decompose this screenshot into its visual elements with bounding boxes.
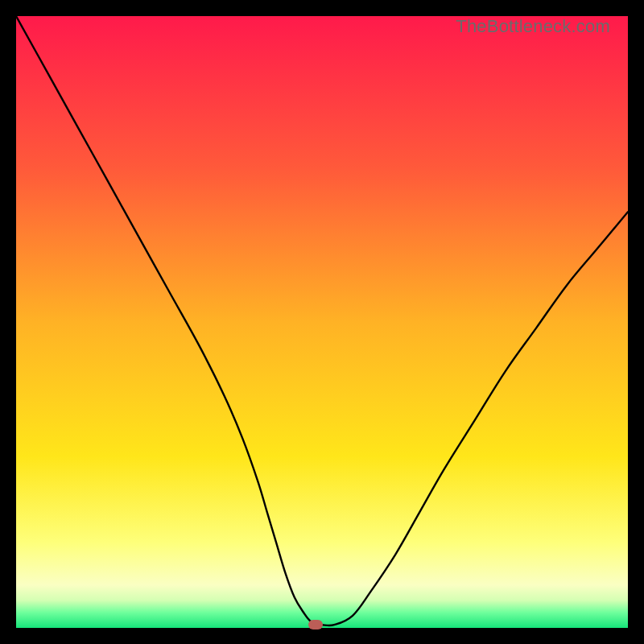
chart-frame: TheBottleneck.com	[16, 16, 628, 628]
bottleneck-curve	[16, 16, 628, 628]
optimal-point-marker	[308, 620, 323, 630]
